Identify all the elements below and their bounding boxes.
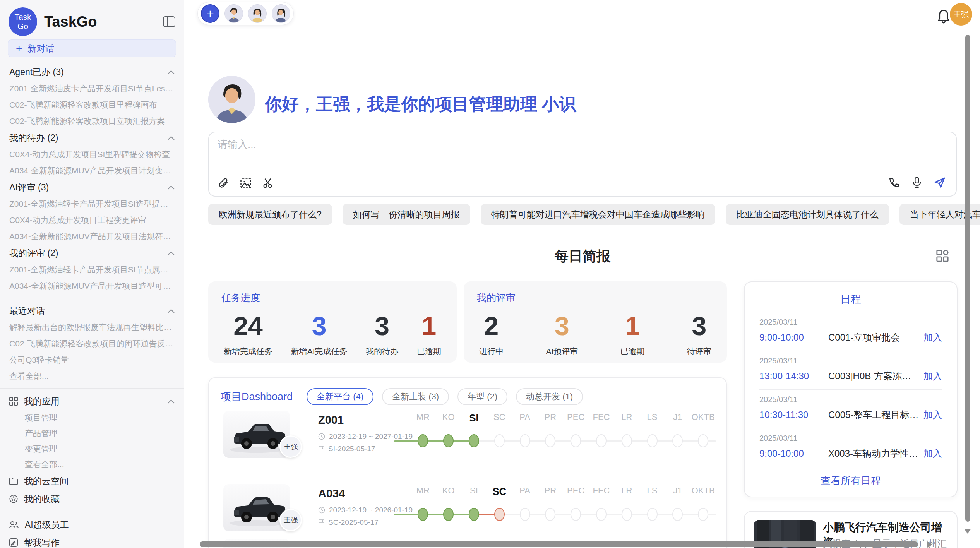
app-item-change-mgmt[interactable]: 变更管理 (0, 441, 184, 457)
section-ai-review[interactable]: AI评审 (3) (0, 179, 184, 196)
list-item[interactable]: C02-飞腾新能源轻客改款项目立项汇报方案 (0, 113, 184, 129)
horizontal-scrollbar[interactable] (200, 541, 918, 547)
view-all-apps[interactable]: 查看全部... (0, 457, 184, 472)
suggestion-chip[interactable]: 比亚迪全固态电池计划具体说了什么 (726, 204, 889, 225)
list-item[interactable]: Z001-全新燃油皮卡产品开发项目SI节点Lesson Learn报告 (0, 80, 184, 97)
notification-bell-icon[interactable] (937, 9, 951, 24)
list-item[interactable]: C02-飞腾新能源轻客改款项目里程碑画布 (0, 97, 184, 113)
chevron-up-icon[interactable] (168, 309, 175, 313)
schedule-event: 2025/03/11 13:00-14:30 C003|H0B-方案冻结评审 加… (759, 351, 942, 390)
sidebar-item-ai-super-staff[interactable]: AI超级员工 (0, 516, 184, 534)
event-name: X003-车辆动力学性能验... (828, 447, 919, 460)
sidebar-item-my-apps[interactable]: 我的应用 (0, 392, 184, 410)
phone-icon[interactable] (889, 177, 900, 188)
assistant-avatar[interactable] (272, 4, 290, 23)
list-item[interactable]: C02-飞腾新能源轻客改款项目的闭环通告反馈情况 (0, 336, 184, 352)
tab-model-year[interactable]: 年型 (2) (457, 388, 507, 405)
assistant-greeting-avatar (208, 76, 255, 123)
assistant-avatar[interactable] (224, 4, 243, 23)
list-item[interactable]: Z001-全新燃油轻卡产品开发项目SI造型提交物评审 (0, 196, 184, 212)
project-dashboard-card: 项目Dashboard 全新平台 (4) 全新上装 (3) 年型 (2) 动总开… (208, 377, 727, 548)
list-item[interactable]: A034-全新新能源MUV产品开发项目计划变更表编写 (0, 163, 184, 179)
list-item[interactable]: A034-全新新能源MUV产品开发项目造型可行性评审 (0, 278, 184, 294)
schedule-event: 2025/03/11 9:00-10:00 C001-立项审批会 加入 (759, 312, 942, 351)
attachment-icon[interactable] (218, 177, 229, 189)
section-my-review[interactable]: 我的评审 (2) (0, 245, 184, 262)
stat-new-ai-done: 3 新增AI完成任务 (291, 311, 348, 357)
project-flag-date: SI-2025-05-17 (328, 445, 375, 453)
user-avatar[interactable]: 王强 (950, 3, 972, 26)
microphone-icon[interactable] (912, 177, 922, 188)
view-all-schedule-link[interactable]: 查看所有日程 (745, 474, 957, 488)
vertical-scrollbar[interactable] (965, 35, 970, 522)
event-name: C001-立项审批会 (828, 331, 919, 344)
scissors-icon[interactable] (262, 177, 274, 189)
assistant-avatar[interactable] (248, 4, 267, 23)
divider (0, 388, 184, 389)
chevron-up-icon[interactable] (168, 185, 175, 190)
my-review-card: 我的评审 2 进行中 3 AI预评审 1 已逾期 3 待评审 (464, 281, 727, 363)
milestone-track: MRKOSISCPAPRPECFECLRLSJ1OKTB (410, 412, 716, 462)
section-agent-done[interactable]: Agent已办 (3) (0, 63, 184, 80)
new-chat-button[interactable]: + 新对话 (8, 39, 176, 57)
people-icon (9, 521, 19, 529)
view-all-chats[interactable]: 查看全部... (0, 368, 184, 384)
collapse-sidebar-icon[interactable] (163, 16, 175, 27)
list-item[interactable]: C0X4-动力总成开发项目SI里程碑提交物检查 (0, 146, 184, 163)
chevron-up-icon[interactable] (168, 70, 175, 74)
flag-icon (318, 519, 324, 526)
schedule-event: 2025/03/11 10:30-11:30 C005-整车工程目标评审 加入 (759, 390, 942, 428)
flag-icon (318, 445, 324, 452)
stat-my-todo: 3 我的待办 (366, 311, 398, 357)
app-item-product-mgmt[interactable]: 产品管理 (0, 426, 184, 441)
project-row[interactable]: 王强 Z001 2023-12-19 ~ 2027-01-19 SI-2025-… (209, 408, 726, 474)
chevron-up-icon[interactable] (168, 251, 175, 255)
suggestion-chip[interactable]: 特朗普可能对进口汽车增税会对中国车企造成哪些影响 (481, 204, 715, 225)
stat-pending-review: 3 待评审 (687, 311, 711, 357)
schedule-title: 日程 (745, 292, 957, 306)
event-time: 10:30-11:30 (759, 409, 828, 420)
event-name: C003|H0B-方案冻结评审 (828, 370, 919, 382)
divider (0, 298, 184, 298)
sidebar-item-cloud-space[interactable]: 我的云空间 (0, 472, 184, 490)
list-item[interactable]: Z001-全新燃油轻卡产品开发项目SI节点属性5D文件评审 (0, 262, 184, 278)
app-item-project-mgmt[interactable]: 项目管理 (0, 410, 184, 426)
plus-icon: + (16, 42, 22, 55)
tab-powertrain[interactable]: 动总开发 (1) (516, 388, 583, 405)
task-progress-card: 任务进度 24 新增完成任务 3 新增AI完成任务 3 我的待办 1 已逾期 (208, 281, 457, 363)
section-recent-chats[interactable]: 最近对话 (0, 302, 184, 319)
tab-new-body[interactable]: 全新上装 (3) (382, 388, 449, 405)
chevron-up-icon[interactable] (168, 399, 175, 404)
tab-new-platform[interactable]: 全新平台 (4) (307, 388, 373, 405)
chat-composer (208, 132, 957, 197)
join-link[interactable]: 加入 (923, 447, 942, 460)
scroll-down-arrow[interactable] (964, 529, 971, 534)
chat-input[interactable] (218, 138, 837, 167)
main-content: + 王强 你好，王强，我是你的项目管理助理 小识 欧洲新规最近颁布了什么 (184, 0, 980, 548)
dashboard-tabs: 全新平台 (4) 全新上装 (3) 年型 (2) 动总开发 (1) (307, 388, 583, 405)
chevron-up-icon[interactable] (168, 136, 175, 140)
list-item[interactable]: C0X4-动力总成开发项目工程变更评审 (0, 212, 184, 228)
logo-text-top: Task (14, 12, 31, 22)
join-link[interactable]: 加入 (923, 409, 942, 421)
suggestion-chip[interactable]: 如何写一份清晰的项目周报 (343, 204, 470, 225)
join-link[interactable]: 加入 (923, 370, 942, 382)
send-icon[interactable] (934, 176, 946, 189)
sidebar-item-favorites[interactable]: 我的收藏 (0, 490, 184, 508)
add-assistant-button[interactable]: + (201, 4, 219, 23)
sidebar-item-help-me-write[interactable]: 帮我写作 (0, 534, 184, 548)
list-item[interactable]: A034-全新新能源MUV产品开发项目法规符合性评审 (0, 228, 184, 245)
dashboard-title: 项目Dashboard (221, 390, 293, 404)
list-item[interactable]: 公司Q3轻卡销量 (0, 352, 184, 368)
layout-grid-icon[interactable] (936, 249, 949, 262)
suggestion-chip[interactable]: 欧洲新规最近颁布了什么? (208, 204, 332, 225)
section-my-todo[interactable]: 我的待办 (2) (0, 129, 184, 146)
scroll-right-arrow[interactable] (927, 541, 932, 548)
image-icon[interactable] (240, 177, 252, 189)
list-item[interactable]: 解释最新出台的欧盟报废车法规再生塑料比例被调至15%... (0, 319, 184, 336)
stat-overdue: 1 已逾期 (620, 311, 645, 357)
event-name: C005-整车工程目标评审 (828, 409, 919, 421)
join-link[interactable]: 加入 (923, 331, 942, 344)
project-name: Z001 (318, 414, 344, 426)
apps-grid-icon (9, 397, 18, 406)
